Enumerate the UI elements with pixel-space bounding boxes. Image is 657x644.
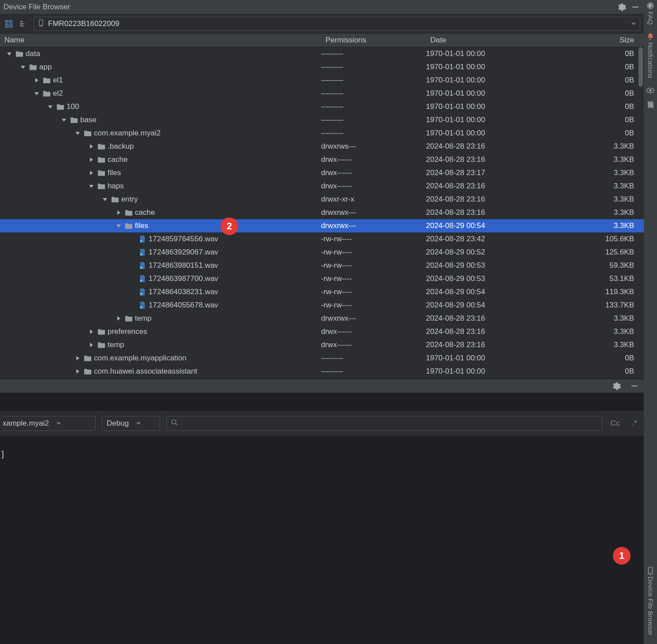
row-date: 2024-08-29 00:52 xyxy=(422,248,576,257)
table-row[interactable]: tempdrwx------2024-08-28 23:163.3KB xyxy=(0,338,644,352)
table-row[interactable]: app---------1970-01-01 00:000B xyxy=(0,60,644,74)
file-icon xyxy=(138,288,147,296)
table-row[interactable]: 1724863980151.wav-rw-rw----2024-08-29 00… xyxy=(0,259,644,272)
phone-icon xyxy=(646,567,654,575)
table-row[interactable]: com.example.myapplication---------1970-0… xyxy=(0,352,644,365)
expand-arrow[interactable] xyxy=(87,343,95,347)
sidebar-notifications[interactable]: Notifications xyxy=(646,33,654,79)
col-header-permissions[interactable]: Permissions xyxy=(322,36,427,45)
row-size: 3.3KB xyxy=(576,327,644,336)
col-header-size[interactable]: Size xyxy=(580,36,644,45)
expand-arrow[interactable] xyxy=(74,356,82,360)
expand-arrow[interactable] xyxy=(87,157,95,162)
log-output[interactable]: ] xyxy=(0,437,644,644)
expand-arrow[interactable] xyxy=(74,369,82,374)
chevron-down-icon xyxy=(136,419,141,428)
file-icon xyxy=(138,301,147,309)
row-size: 0B xyxy=(576,89,644,98)
level-filter-combo[interactable]: Debug xyxy=(102,416,160,431)
table-row[interactable]: el2---------1970-01-01 00:000B xyxy=(0,87,644,100)
panel-settings-button[interactable] xyxy=(617,2,627,12)
row-name: files xyxy=(135,221,148,230)
row-size: 3.3KB xyxy=(576,195,644,204)
expand-arrow[interactable] xyxy=(74,132,82,135)
table-row[interactable]: com.example.myai2---------1970-01-01 00:… xyxy=(0,127,644,140)
table-row[interactable]: tempdrwxrwx---2024-08-28 23:163.3KB xyxy=(0,312,644,325)
table-row[interactable]: 1724859764556.wav-rw-rw----2024-08-28 23… xyxy=(0,232,644,246)
bell-icon xyxy=(646,33,654,41)
sidebar-faq[interactable]: F FAQ xyxy=(646,2,654,25)
row-date: 2024-08-28 23:16 xyxy=(422,327,576,336)
expand-arrow[interactable] xyxy=(115,316,123,321)
row-size: 3.3KB xyxy=(576,182,644,191)
table-row[interactable]: filesdrwxrwx---2024-08-29 00:543.3KB xyxy=(0,219,644,232)
table-row[interactable]: preferencesdrwx------2024-08-28 23:163.3… xyxy=(0,325,644,338)
row-date: 2024-08-29 00:54 xyxy=(422,221,576,230)
row-name: com.example.myapplication xyxy=(94,354,187,363)
table-row[interactable]: data---------1970-01-01 00:000B xyxy=(0,47,644,60)
row-permissions: drwxrwx--- xyxy=(317,208,422,217)
row-date: 2024-08-29 00:53 xyxy=(422,261,576,270)
file-icon xyxy=(138,235,147,243)
app-filter-combo[interactable]: xample.myai2 xyxy=(3,416,96,431)
expand-arrow[interactable] xyxy=(60,119,68,122)
expand-arrow[interactable] xyxy=(19,66,27,69)
match-case-button[interactable]: Cc xyxy=(608,419,622,428)
table-row[interactable]: base---------1970-01-01 00:000B xyxy=(0,113,644,127)
expand-arrow[interactable] xyxy=(33,78,41,82)
log-search-field[interactable] xyxy=(182,419,597,428)
right-sidebar: F FAQ Notifications 预览器 Device File Brow… xyxy=(643,0,657,644)
row-size: 3.3KB xyxy=(576,221,644,230)
expand-arrow[interactable] xyxy=(87,185,95,188)
scrollbar-thumb[interactable] xyxy=(638,47,643,87)
expand-arrow[interactable] xyxy=(87,329,95,334)
col-header-date[interactable]: Date xyxy=(427,36,580,45)
table-row[interactable]: filesdrwx------2024-08-28 23:173.3KB xyxy=(0,166,644,180)
locate-button[interactable] xyxy=(19,19,29,29)
table-row[interactable]: cachedrwxrwx---2024-08-28 23:163.3KB xyxy=(0,206,644,219)
table-row[interactable]: 1724864055678.wav-rw-rw----2024-08-29 00… xyxy=(0,299,644,312)
svg-rect-8 xyxy=(10,21,12,23)
sidebar-preview[interactable]: 预览器 xyxy=(646,86,655,96)
expand-arrow[interactable] xyxy=(5,52,13,56)
table-row[interactable]: entrydrwxr-xr-x2024-08-28 23:163.3KB xyxy=(0,193,644,206)
expand-arrow[interactable] xyxy=(33,92,41,95)
table-row[interactable]: 1724864038231.wav-rw-rw----2024-08-29 00… xyxy=(0,285,644,299)
vertical-scrollbar[interactable] xyxy=(638,47,644,379)
expand-arrow[interactable] xyxy=(115,225,123,228)
sidebar-device-file-browser[interactable]: Device File Browser xyxy=(646,567,654,635)
expand-arrow[interactable] xyxy=(46,105,54,109)
table-row[interactable]: 1724863987700.wav-rw-rw----2024-08-29 00… xyxy=(0,272,644,285)
table-body[interactable]: data---------1970-01-01 00:000Bapp------… xyxy=(0,47,644,379)
sync-button[interactable] xyxy=(4,19,14,29)
expand-arrow[interactable] xyxy=(115,210,123,215)
expand-arrow[interactable] xyxy=(87,144,95,149)
row-name: cache xyxy=(135,208,155,217)
col-header-name[interactable]: Name xyxy=(0,36,322,45)
row-size: 59.3KB xyxy=(576,261,644,270)
regex-button[interactable]: .* xyxy=(628,419,641,428)
device-selector[interactable]: FMR0223B16022009 xyxy=(34,17,640,31)
row-permissions: drwxrws--- xyxy=(317,142,422,151)
table-row[interactable]: .backupdrwxrws---2024-08-28 23:163.3KB xyxy=(0,140,644,153)
table-row[interactable]: el1---------1970-01-01 00:000B xyxy=(0,74,644,87)
row-name: el2 xyxy=(53,89,63,98)
search-icon xyxy=(171,419,178,428)
chevron-down-icon xyxy=(631,19,636,28)
folder-icon xyxy=(83,368,92,375)
log-search-input[interactable] xyxy=(166,416,602,431)
eye-icon xyxy=(646,86,654,94)
table-row[interactable]: cachedrwx------2024-08-28 23:163.3KB xyxy=(0,153,644,166)
table-row[interactable]: com.huawei.associateassistant---------19… xyxy=(0,365,644,378)
expand-arrow[interactable] xyxy=(87,171,95,175)
footer-minimize-button[interactable] xyxy=(630,381,639,391)
row-size: 0B xyxy=(576,116,644,124)
table-row[interactable]: 100---------1970-01-01 00:000B xyxy=(0,100,644,113)
table-row[interactable]: 1724863929067.wav-rw-rw----2024-08-29 00… xyxy=(0,246,644,259)
expand-arrow[interactable] xyxy=(101,198,109,201)
row-name: 1724864038231.wav xyxy=(149,288,218,296)
footer-settings-button[interactable] xyxy=(612,381,622,391)
row-permissions: -rw-rw---- xyxy=(317,235,422,243)
panel-minimize-button[interactable] xyxy=(631,2,640,12)
table-row[interactable]: hapsdrwx------2024-08-28 23:163.3KB xyxy=(0,180,644,193)
